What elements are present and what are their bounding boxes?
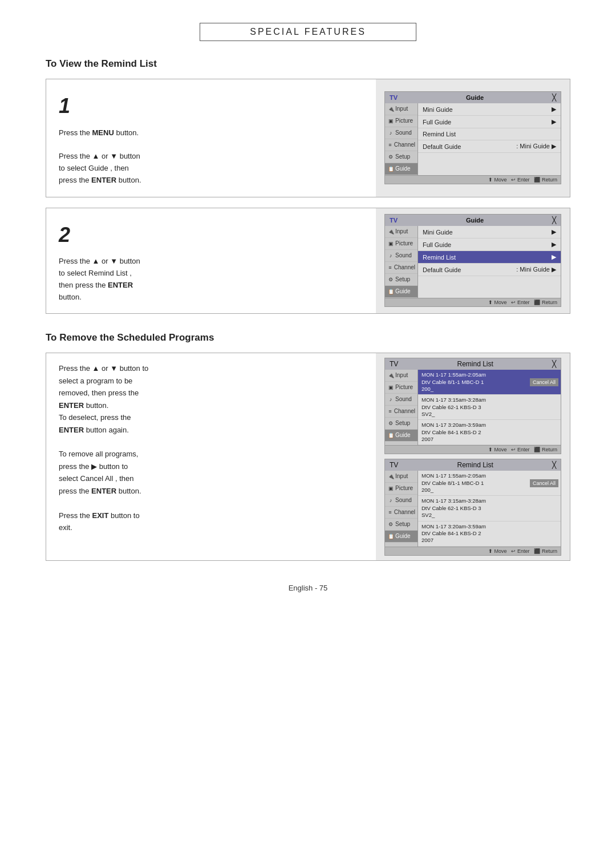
menu2-item-full-guide: Full Guide ▶ — [418, 238, 561, 251]
sidebar-setup-label: Setup — [395, 153, 410, 160]
tv-remind-2-header: TV Remind List ╳ — [385, 459, 561, 471]
step1-text: Press the MENU button. Press the ▲ or ▼ … — [59, 127, 363, 187]
remind2-setup-label: Setup — [395, 521, 410, 528]
sidebar2-setup-label: Setup — [395, 276, 410, 283]
remind1-sidebar-setup: ⚙ Setup — [385, 418, 418, 430]
sidebar2-picture-label: Picture — [395, 240, 413, 247]
menu2-item-mini-guide: Mini Guide ▶ — [418, 226, 561, 238]
remind1-picture-label: Picture — [395, 384, 413, 391]
remind2-sound-label: Sound — [395, 497, 412, 504]
tv-remind-1-sidebar: 🔌 Input ▣ Picture ♪ Sound ≡ — [385, 370, 418, 445]
remind-list2-label: Remind List — [423, 254, 456, 261]
step1-left: 1 Press the MENU button. Press the ▲ or … — [46, 79, 376, 197]
menu2-item-remind-list-highlighted: Remind List ▶ — [418, 251, 561, 264]
channel-icon: ≡ — [387, 142, 393, 148]
section2-heading: To Remove the Scheduled Programs — [46, 332, 570, 343]
input2-icon: 🔌 — [387, 229, 394, 235]
sidebar-guide-label: Guide — [395, 165, 411, 172]
remind2-picture-label: Picture — [395, 485, 413, 492]
remind2-footer-move: ⬆ Move — [488, 548, 507, 554]
remind2-row-2: MON 1-17 3:15am-3:28amDtV Cable 62-1 KBS… — [418, 496, 561, 521]
step2-box: 2 Press the ▲ or ▼ button to select Remi… — [46, 208, 570, 314]
remove-step-box: Press the ▲ or ▼ button to select a prog… — [46, 353, 570, 560]
full-guide-label: Full Guide — [423, 119, 451, 126]
default-guide-value: : Mini Guide ▶ — [516, 143, 556, 150]
sidebar2-sound-label: Sound — [395, 252, 412, 259]
tv-remind-2-title: TV — [390, 461, 398, 469]
guide2-icon: 📋 — [387, 289, 394, 295]
remind2-footer-return: ⬛ Return — [534, 548, 557, 554]
remind1-guide-icon: 📋 — [387, 432, 394, 439]
remind2-sidebar-channel: ≡ Channel — [385, 507, 418, 519]
menu2-item-default-guide: Default Guide : Mini Guide ▶ — [418, 264, 561, 276]
tv-remind-1-header: TV Remind List ╳ — [385, 358, 561, 370]
tv-menu-1-footer: ⬆ Move ↩ Enter ⬛ Return — [385, 175, 561, 184]
section-view-remind-list: To View the Remind List 1 Press the MENU… — [46, 58, 570, 314]
step1-number: 1 — [59, 90, 363, 123]
tv-remind-2-close: ╳ — [552, 461, 556, 469]
remind1-input-icon: 🔌 — [387, 373, 394, 379]
remind2-sidebar-guide-active: 📋 Guide — [385, 531, 418, 543]
tv-remind-2-content: MON 1-17 1:55am-2:05amDtV Cable 8/1-1 MB… — [418, 471, 561, 546]
setup-icon: ⚙ — [387, 154, 394, 160]
default-guide-label: Default Guide — [423, 143, 461, 150]
remind1-picture-icon: ▣ — [387, 385, 394, 391]
default-guide2-value: : Mini Guide ▶ — [516, 266, 556, 273]
sidebar-picture-label: Picture — [395, 118, 413, 124]
remind1-sidebar-guide-active: 📋 Guide — [385, 430, 418, 442]
remind2-sidebar-picture: ▣ Picture — [385, 483, 418, 495]
menu-item-mini-guide: Mini Guide ▶ — [418, 103, 561, 116]
remind1-row-3: MON 1-17 3:20am-3:59amDtV Cable 84-1 KBS… — [418, 420, 561, 445]
tv-menu-2-body: 🔌 Input ▣ Picture ♪ Sound ≡ — [385, 226, 561, 298]
footer2-return: ⬛ Return — [534, 300, 557, 305]
tv-remind-1-body: 🔌 Input ▣ Picture ♪ Sound ≡ — [385, 370, 561, 445]
tv-menu-2-footer: ⬆ Move ↩ Enter ⬛ Return — [385, 298, 561, 306]
remind1-row2-text: MON 1-17 3:15am-3:28amDtV Cable 62-1 KBS… — [422, 397, 557, 418]
setup2-icon: ⚙ — [387, 277, 394, 283]
remind2-setup-icon: ⚙ — [387, 521, 394, 528]
cancel-all-button-1[interactable]: Cancel All — [530, 378, 558, 386]
remove-step-left: Press the ▲ or ▼ button to select a prog… — [46, 353, 376, 560]
remove-step-right: TV Remind List ╳ 🔌 Input ▣ Picture — [376, 353, 570, 560]
page-footer: English - 75 — [46, 584, 570, 592]
footer2-enter: ↩ Enter — [511, 300, 529, 305]
footer2-move: ⬆ Move — [488, 300, 507, 305]
menu-item-full-guide: Full Guide ▶ — [418, 116, 561, 128]
remind-list-label: Remind List — [423, 131, 456, 138]
tv-remind-2-label: Remind List — [457, 461, 493, 469]
channel2-icon: ≡ — [387, 265, 393, 271]
remind1-guide-label: Guide — [395, 432, 411, 439]
step2-number: 2 — [59, 219, 363, 252]
tv-remind-2-body: 🔌 Input ▣ Picture ♪ Sound ≡ — [385, 471, 561, 546]
sidebar-channel-label: Channel — [394, 141, 415, 148]
tv-menu-1-guide-label: Guide — [466, 94, 484, 101]
sidebar2-sound: ♪ Sound — [385, 250, 418, 262]
guide-icon: 📋 — [387, 166, 394, 172]
sidebar2-input: 🔌 Input — [385, 226, 418, 238]
cancel-all-button-2[interactable]: Cancel All — [530, 479, 558, 487]
tv-menu-1-header: TV Guide ╳ — [385, 92, 561, 103]
tv-remind-1-title: TV — [390, 360, 398, 368]
tv-menu-1-content: Mini Guide ▶ Full Guide ▶ Remind List — [418, 103, 561, 175]
step2-right: TV Guide ╳ 🔌 Input ▣ Picture — [376, 208, 570, 314]
picture-icon: ▣ — [387, 118, 394, 124]
remind1-footer-enter: ↩ Enter — [511, 447, 529, 452]
tv-menu-2-sidebar: 🔌 Input ▣ Picture ♪ Sound ≡ — [385, 226, 418, 298]
tv-menu-1-sidebar: 🔌 Input ▣ Picture ♪ Sound ≡ — [385, 103, 418, 175]
remind1-sidebar-sound: ♪ Sound — [385, 394, 418, 406]
tv-remind-1-footer: ⬆ Move ↩ Enter ⬛ Return — [385, 445, 561, 454]
step2-left: 2 Press the ▲ or ▼ button to select Remi… — [46, 208, 376, 314]
page-title: Special Features — [250, 27, 366, 37]
mini-guide-arrow: ▶ — [552, 106, 556, 113]
tv-menu-2-content: Mini Guide ▶ Full Guide ▶ Remind List ▶ — [418, 226, 561, 298]
tv-menu-2-header: TV Guide ╳ — [385, 215, 561, 226]
remove-step-text: Press the ▲ or ▼ button to select a prog… — [59, 362, 363, 533]
sidebar2-guide-label: Guide — [395, 288, 411, 295]
mini-guide2-label: Mini Guide — [423, 229, 453, 236]
footer-move: ⬆ Move — [488, 177, 507, 183]
step1-right: TV Guide ╳ 🔌 Input ▣ Picture — [376, 79, 570, 197]
footer-enter: ↩ Enter — [511, 177, 529, 183]
remind2-sidebar-input: 🔌 Input — [385, 471, 418, 483]
remind1-sound-label: Sound — [395, 396, 412, 403]
remind2-row1-text: MON 1-17 1:55am-2:05amDtV Cable 8/1-1 MB… — [422, 472, 526, 494]
